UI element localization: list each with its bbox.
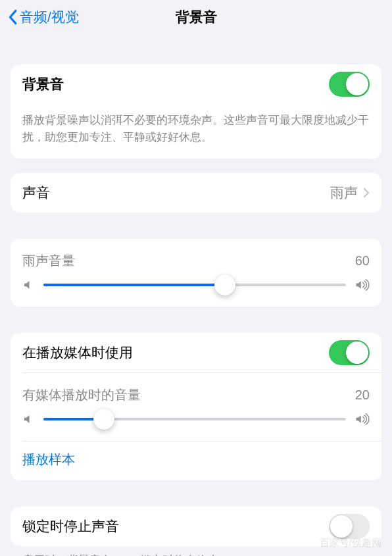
lock-card: 锁定时停止声音 — [11, 507, 381, 546]
sound-value: 雨声 — [330, 184, 358, 202]
sound-row[interactable]: 声音 雨声 — [11, 173, 381, 213]
background-sounds-title: 背景音 — [22, 75, 329, 93]
play-sample-button[interactable]: 播放样本 — [11, 442, 381, 480]
volume-slider-row — [11, 272, 381, 307]
navbar: 音频/视觉 背景音 — [0, 0, 392, 34]
sound-card: 声音 雨声 — [11, 173, 381, 213]
speaker-max-icon — [355, 279, 370, 291]
back-button[interactable]: 音频/视觉 — [7, 8, 79, 26]
volume-value: 60 — [355, 253, 370, 268]
stop-when-locked-label: 锁定时停止声音 — [22, 517, 329, 536]
volume-card: 雨声音量 60 — [11, 239, 381, 307]
media-volume-value: 20 — [355, 388, 370, 403]
sound-label: 声音 — [22, 184, 330, 202]
background-sounds-row: 背景音 — [11, 64, 381, 104]
media-volume-label: 有媒体播放时的音量 — [22, 386, 141, 404]
media-volume-slider-row — [11, 407, 381, 441]
stop-when-locked-toggle[interactable] — [329, 514, 370, 539]
background-sounds-description: 播放背景噪声以消弭不必要的环境杂声。这些声音可最大限度地减少干扰，助您更加专注、… — [11, 104, 381, 159]
use-with-media-row: 在播放媒体时使用 — [11, 333, 381, 372]
volume-slider[interactable] — [43, 284, 346, 286]
background-sounds-card: 背景音 播放背景噪声以消弭不必要的环境杂声。这些声音可最大限度地减少干扰，助您更… — [11, 64, 381, 159]
use-with-media-toggle[interactable] — [329, 340, 370, 365]
background-sounds-toggle[interactable] — [329, 72, 370, 97]
volume-label: 雨声音量 — [22, 252, 75, 270]
media-card: 在播放媒体时使用 有媒体播放时的音量 20 播放样本 — [11, 333, 381, 480]
volume-header: 雨声音量 60 — [11, 239, 381, 272]
lock-footer-note: 启用时，背景音在 iPad 锁定时将会停止。 — [11, 546, 381, 556]
speaker-min-icon — [22, 413, 34, 425]
chevron-left-icon — [7, 9, 18, 25]
stop-when-locked-row: 锁定时停止声音 — [11, 507, 381, 546]
use-with-media-label: 在播放媒体时使用 — [22, 343, 329, 362]
chevron-right-icon — [363, 188, 370, 198]
back-label: 音频/视觉 — [20, 8, 79, 26]
media-volume-header: 有媒体播放时的音量 20 — [11, 373, 381, 407]
media-volume-slider[interactable] — [43, 418, 346, 420]
speaker-min-icon — [22, 279, 34, 291]
speaker-max-icon — [355, 413, 370, 425]
